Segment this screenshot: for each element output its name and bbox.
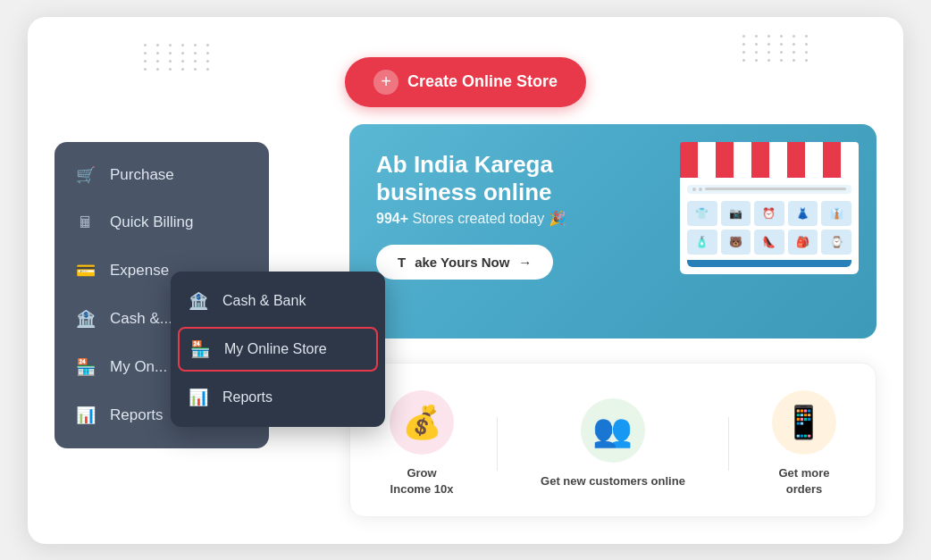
decorative-dots-right xyxy=(742,35,832,97)
dropdown-item-reports[interactable]: 📊 Reports xyxy=(171,375,385,420)
dropdown-label-reports: Reports xyxy=(222,389,273,405)
arrow-icon: → xyxy=(518,255,532,270)
bank-icon-sidebar: 🏦 xyxy=(76,309,96,329)
shop-product-grid: 👕 📷 ⏰ 👗 👔 🧴 🐻 👠 🎒 ⌚ xyxy=(687,201,851,255)
feature-divider-1 xyxy=(497,417,498,471)
take-yours-label: T xyxy=(398,255,406,270)
dropdown-label-cash-bank: Cash & Bank xyxy=(222,293,306,309)
url-dot-1 xyxy=(692,188,696,191)
reports-icon-dropdown: 📊 xyxy=(189,388,208,407)
dropdown-item-cash-bank[interactable]: 🏦 Cash & Bank xyxy=(171,279,385,323)
product-4: 👗 xyxy=(788,201,818,226)
product-6: 🧴 xyxy=(687,230,717,255)
dropdown-label-my-online-store: My Online Store xyxy=(224,341,327,357)
expense-icon: 💳 xyxy=(76,261,96,280)
create-store-button[interactable]: + Create Online Store xyxy=(345,57,586,107)
product-9: 🎒 xyxy=(788,230,818,255)
sidebar-label-quick-billing: Quick Billing xyxy=(110,213,194,231)
sidebar-label-cash-bank: Cash &... xyxy=(110,310,172,328)
sidebar-item-quick-billing[interactable]: 🖩 Quick Billing xyxy=(55,199,269,247)
product-8: 👠 xyxy=(754,230,784,255)
decorative-dots-left xyxy=(144,44,215,97)
people-icon: 👥 xyxy=(592,412,633,449)
get-orders-icon-bg: 📱 xyxy=(772,390,836,455)
take-yours-text: ake Yours Now xyxy=(415,255,509,270)
sidebar-label-my-online-store: My On... xyxy=(110,358,167,376)
create-store-label: Create Online Store xyxy=(407,72,558,91)
sidebar-item-purchase[interactable]: 🛒 Purchase xyxy=(55,151,269,199)
phone-icon: 📱 xyxy=(784,404,824,441)
sidebar-label-expense: Expense xyxy=(110,262,169,280)
feature-get-orders: 📱 Get moreorders xyxy=(772,390,836,497)
plus-icon: + xyxy=(373,70,398,95)
shop-body: 👕 📷 ⏰ 👗 👔 🧴 🐻 👠 🎒 ⌚ xyxy=(680,178,859,274)
product-5: 👔 xyxy=(821,201,851,226)
product-10: ⌚ xyxy=(821,230,851,255)
url-dot-2 xyxy=(699,188,702,191)
store-icon-dropdown: 🏪 xyxy=(190,339,210,359)
sidebar-label-reports: Reports xyxy=(110,406,164,424)
cart-icon: 🛒 xyxy=(76,165,96,185)
rupee-bag-icon: 💰 xyxy=(402,404,442,441)
billing-icon: 🖩 xyxy=(76,213,96,232)
bank-icon-dropdown: 🏦 xyxy=(189,291,208,311)
store-icon-sidebar: 🏪 xyxy=(76,357,96,377)
take-yours-button[interactable]: Take Yours Now → xyxy=(376,245,553,280)
main-container: + Create Online Store 🛒 Purchase 🖩 Quick… xyxy=(28,17,903,544)
shop-roof xyxy=(680,142,859,178)
get-orders-label: Get moreorders xyxy=(778,465,829,497)
shop-url-bar xyxy=(687,185,851,194)
shop-bottom-bar xyxy=(687,260,851,267)
product-1: 👕 xyxy=(687,201,717,226)
feature-grow-income: 💰 GrowIncome 10x xyxy=(390,390,454,497)
get-customers-label: Get new customers online xyxy=(541,473,685,489)
main-banner: Ab India Karega business online 994+ Sto… xyxy=(349,124,876,339)
url-line xyxy=(705,188,846,190)
feature-divider-2 xyxy=(728,417,729,471)
sidebar-label-purchase: Purchase xyxy=(110,166,174,184)
dropdown-menu: 🏦 Cash & Bank 🏪 My Online Store 📊 Report… xyxy=(171,272,385,427)
grow-income-label: GrowIncome 10x xyxy=(390,465,454,497)
get-customers-icon-bg: 👥 xyxy=(581,398,645,463)
feature-get-customers: 👥 Get new customers online xyxy=(541,398,685,489)
shop-illustration: 👕 📷 ⏰ 👗 👔 🧴 🐻 👠 🎒 ⌚ xyxy=(680,142,859,321)
reports-icon-sidebar: 📊 xyxy=(76,405,96,425)
features-section: 💰 GrowIncome 10x 👥 Get new customers onl… xyxy=(349,363,876,516)
product-7: 🐻 xyxy=(721,230,751,255)
product-3: ⏰ xyxy=(754,201,784,226)
product-2: 📷 xyxy=(721,201,751,226)
dropdown-item-my-online-store[interactable]: 🏪 My Online Store xyxy=(178,327,378,372)
grow-income-icon-bg: 💰 xyxy=(390,390,454,455)
